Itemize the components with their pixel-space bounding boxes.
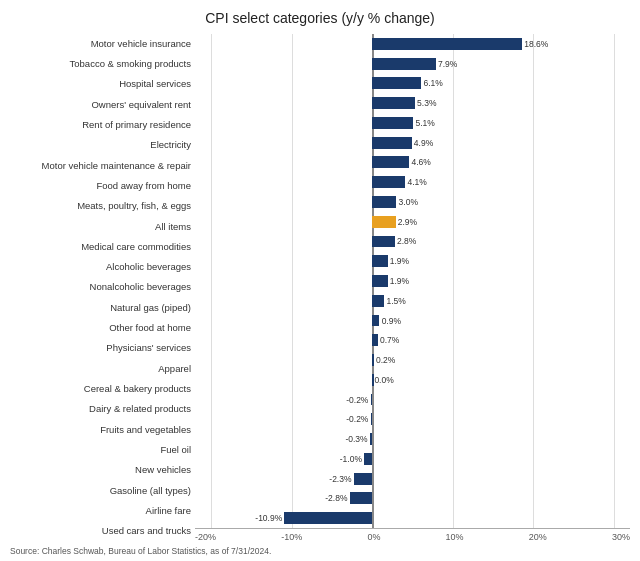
bar-segment bbox=[372, 255, 387, 267]
y-label: Fruits and vegetables bbox=[10, 425, 191, 436]
chart-title: CPI select categories (y/y % change) bbox=[10, 10, 630, 26]
y-label: Medical care commodities bbox=[10, 242, 191, 253]
source-text: Source: Charles Schwab, Bureau of Labor … bbox=[10, 546, 630, 556]
bar-value-label: 4.9% bbox=[414, 138, 433, 148]
y-label: Fuel oil bbox=[10, 445, 191, 456]
bar-value-label: 2.8% bbox=[397, 236, 416, 246]
bar-row: 3.0% bbox=[195, 192, 630, 212]
bar-value-label: 1.9% bbox=[390, 276, 409, 286]
bar-value-label: 5.3% bbox=[417, 98, 436, 108]
y-label: Alcoholic beverages bbox=[10, 262, 191, 273]
bar-segment bbox=[371, 394, 373, 406]
bar-row: 4.1% bbox=[195, 172, 630, 192]
y-label: Apparel bbox=[10, 364, 191, 375]
y-label: Natural gas (piped) bbox=[10, 303, 191, 314]
y-label: New vehicles bbox=[10, 465, 191, 476]
bar-value-label: 5.1% bbox=[415, 118, 434, 128]
bar-segment bbox=[372, 117, 413, 129]
x-axis-label: 30% bbox=[612, 532, 630, 542]
bar-value-label: -0.2% bbox=[346, 395, 368, 405]
bar-row: 0.7% bbox=[195, 330, 630, 350]
bar-value-label: 1.5% bbox=[386, 296, 405, 306]
bar-segment bbox=[372, 77, 421, 89]
bar-row: 5.3% bbox=[195, 93, 630, 113]
y-label: Tobacco & smoking products bbox=[10, 59, 191, 70]
bar-row: 0.0% bbox=[195, 370, 630, 390]
bar-segment bbox=[372, 216, 395, 228]
x-axis-labels: -20%-10%0%10%20%30% bbox=[195, 529, 630, 542]
y-label: Physicians' services bbox=[10, 343, 191, 354]
bar-row: 7.9% bbox=[195, 54, 630, 74]
bar-segment bbox=[372, 196, 396, 208]
y-label: Food away from home bbox=[10, 181, 191, 192]
bar-value-label: 7.9% bbox=[438, 59, 457, 69]
bar-segment bbox=[372, 58, 436, 70]
bar-value-label: -10.9% bbox=[255, 513, 282, 523]
bar-value-label: 3.0% bbox=[399, 197, 418, 207]
bar-segment bbox=[372, 176, 405, 188]
bar-value-label: 18.6% bbox=[524, 39, 548, 49]
bar-segment bbox=[372, 38, 522, 50]
bar-value-label: 0.2% bbox=[376, 355, 395, 365]
bar-value-label: 0.7% bbox=[380, 335, 399, 345]
x-axis-label: 10% bbox=[446, 532, 464, 542]
bar-segment bbox=[371, 413, 373, 425]
bar-row: 6.1% bbox=[195, 74, 630, 94]
y-label: Owners' equivalent rent bbox=[10, 100, 191, 111]
bar-row: 4.6% bbox=[195, 153, 630, 173]
y-label: Other food at home bbox=[10, 323, 191, 334]
bar-row: 5.1% bbox=[195, 113, 630, 133]
bar-row: -1.0% bbox=[195, 449, 630, 469]
y-label: Meats, poultry, fish, & eggs bbox=[10, 201, 191, 212]
bar-row: 18.6% bbox=[195, 34, 630, 54]
bar-value-label: -0.2% bbox=[346, 414, 368, 424]
x-axis-label: -20% bbox=[195, 532, 216, 542]
bar-segment bbox=[372, 315, 379, 327]
y-label: Airline fare bbox=[10, 506, 191, 517]
bar-row: -2.8% bbox=[195, 488, 630, 508]
x-axis-label: 0% bbox=[367, 532, 380, 542]
bar-segment bbox=[372, 334, 378, 346]
bar-row: 1.9% bbox=[195, 251, 630, 271]
bar-value-label: -2.8% bbox=[325, 493, 347, 503]
y-label: Electricity bbox=[10, 140, 191, 151]
y-label: Rent of primary residence bbox=[10, 120, 191, 131]
y-label: Gasoline (all types) bbox=[10, 486, 191, 497]
bar-row: 2.8% bbox=[195, 232, 630, 252]
bar-segment bbox=[372, 374, 373, 386]
bar-value-label: -2.3% bbox=[329, 474, 351, 484]
bar-segment bbox=[372, 295, 384, 307]
bar-row: 1.9% bbox=[195, 271, 630, 291]
x-axis-label: 20% bbox=[529, 532, 547, 542]
bar-row: -0.2% bbox=[195, 390, 630, 410]
y-label: Used cars and trucks bbox=[10, 526, 191, 537]
bar-value-label: -0.3% bbox=[345, 434, 367, 444]
bar-row: -0.2% bbox=[195, 409, 630, 429]
y-label: Hospital services bbox=[10, 79, 191, 90]
bar-value-label: 6.1% bbox=[424, 78, 443, 88]
bar-segment bbox=[372, 156, 409, 168]
y-label: Dairy & related products bbox=[10, 404, 191, 415]
bar-segment bbox=[372, 275, 387, 287]
bar-row: 4.9% bbox=[195, 133, 630, 153]
bar-segment bbox=[372, 236, 395, 248]
bar-segment bbox=[364, 453, 372, 465]
bar-row: 0.9% bbox=[195, 311, 630, 331]
bar-row: 2.9% bbox=[195, 212, 630, 232]
bar-row: -2.3% bbox=[195, 469, 630, 489]
bar-segment bbox=[350, 492, 373, 504]
bar-row: 1.5% bbox=[195, 291, 630, 311]
chart-area: Motor vehicle insuranceTobacco & smoking… bbox=[10, 34, 630, 542]
x-axis-label: -10% bbox=[281, 532, 302, 542]
bar-segment bbox=[370, 433, 372, 445]
y-axis-labels: Motor vehicle insuranceTobacco & smoking… bbox=[10, 34, 195, 542]
bar-segment bbox=[284, 512, 372, 524]
bar-value-label: 0.0% bbox=[374, 375, 393, 385]
y-label: Motor vehicle maintenance & repair bbox=[10, 161, 191, 172]
bar-row: -10.9% bbox=[195, 508, 630, 528]
bar-segment bbox=[372, 97, 415, 109]
y-label: Motor vehicle insurance bbox=[10, 39, 191, 50]
bar-segment bbox=[372, 137, 411, 149]
bars-inner: 18.6%7.9%6.1%5.3%5.1%4.9%4.6%4.1%3.0%2.9… bbox=[195, 34, 630, 529]
bar-value-label: 4.6% bbox=[411, 157, 430, 167]
